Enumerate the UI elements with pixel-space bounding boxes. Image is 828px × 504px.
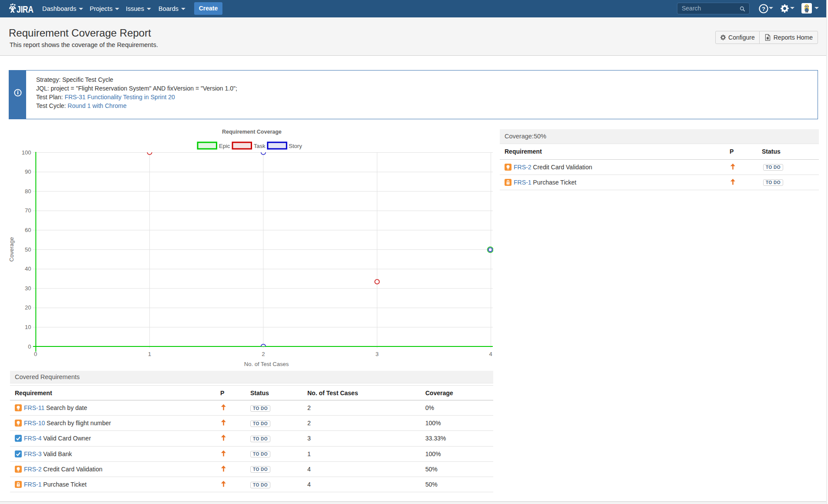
svg-text:Requirement Coverage: Requirement Coverage	[222, 129, 282, 135]
svg-text:60: 60	[25, 227, 31, 233]
svg-text:3: 3	[376, 351, 379, 357]
svg-text:1: 1	[148, 351, 151, 357]
svg-text:10: 10	[25, 324, 31, 330]
svg-text:4: 4	[489, 351, 492, 357]
svg-text:90: 90	[25, 168, 31, 175]
svg-text:No. of Test Cases: No. of Test Cases	[244, 361, 289, 367]
svg-text:Epic: Epic	[219, 143, 230, 149]
svg-text:0: 0	[34, 351, 37, 357]
svg-text:40: 40	[25, 265, 31, 272]
svg-text:Task: Task	[254, 143, 266, 149]
svg-text:70: 70	[25, 207, 31, 214]
svg-text:?: ?	[762, 6, 765, 12]
svg-text:50: 50	[25, 246, 31, 253]
svg-text:Coverage: Coverage	[9, 237, 15, 262]
svg-text:30: 30	[25, 285, 31, 292]
svg-text:JIRA: JIRA	[17, 4, 34, 14]
svg-text:20: 20	[25, 304, 31, 311]
svg-text:Story: Story	[289, 143, 302, 149]
svg-text:100: 100	[22, 149, 31, 156]
svg-text:2: 2	[262, 351, 265, 357]
svg-text:0: 0	[28, 343, 31, 350]
svg-text:80: 80	[25, 188, 31, 195]
